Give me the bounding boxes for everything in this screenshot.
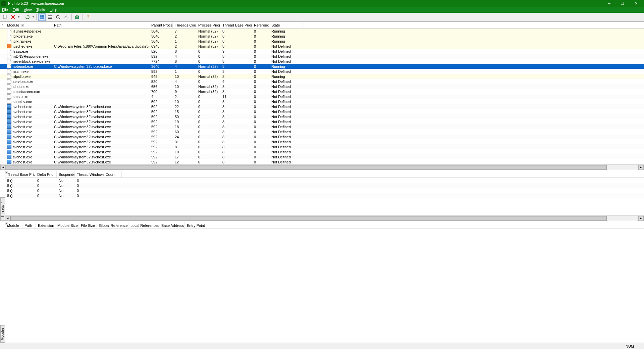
- close-button[interactable]: ✕: [629, 0, 643, 7]
- modules-close-icon[interactable]: ×: [5, 222, 8, 225]
- scroll-right-icon[interactable]: ►: [638, 165, 644, 170]
- process-row[interactable]: ⌄svchost.exeC:\Windows\system32\svchost.…: [0, 159, 644, 164]
- maximize-button[interactable]: ❐: [616, 0, 629, 7]
- process-row[interactable]: smss.exe420110Not Defined: [0, 94, 644, 99]
- toolbar-copy-button[interactable]: [1, 13, 9, 21]
- process-row[interactable]: svchost.exeC:\Windows\system32\svchost.e…: [0, 154, 644, 159]
- expand-icon[interactable]: [0, 134, 5, 139]
- process-row[interactable]: services.exe5204090Not Defined: [0, 79, 644, 84]
- expand-icon[interactable]: [0, 149, 5, 154]
- process-row[interactable]: sihost.exe65610Normal (32)80Not Defined: [0, 84, 644, 89]
- mcol-entry-point[interactable]: Entry Point: [185, 222, 207, 229]
- toolbar-list-button[interactable]: [46, 13, 54, 21]
- expand-icon[interactable]: [0, 94, 5, 99]
- modules-grid[interactable]: [5, 229, 644, 343]
- mcol-global-references[interactable]: Global References: [97, 222, 128, 229]
- expand-icon[interactable]: [0, 64, 5, 69]
- expand-icon[interactable]: [0, 59, 5, 64]
- process-row[interactable]: svchost.exeC:\Windows\system32\svchost.e…: [0, 109, 644, 114]
- expand-icon[interactable]: [0, 74, 5, 79]
- modules-tab[interactable]: Modules: [0, 325, 5, 343]
- mcol-base-address[interactable]: Base Address: [159, 222, 185, 229]
- scroll-left-icon[interactable]: ◄: [0, 165, 6, 170]
- processes-grid[interactable]: iTunesHelper.exe36407Normal (32)80Runnin…: [0, 29, 644, 164]
- process-row[interactable]: igfxpers.exe36402Normal (32)80Running: [0, 34, 644, 39]
- mcol-path[interactable]: Path: [22, 222, 36, 229]
- expand-icon[interactable]: [0, 89, 5, 94]
- expand-column-header[interactable]: ⌃: [0, 22, 5, 28]
- expand-icon[interactable]: [0, 104, 5, 109]
- process-row[interactable]: spoolsv.exe59210080Not Defined: [0, 99, 644, 104]
- process-row[interactable]: svchost.exeC:\Windows\system32\svchost.e…: [0, 144, 644, 149]
- process-row[interactable]: svchost.exeC:\Windows\system32\svchost.e…: [0, 114, 644, 119]
- col-process-priority[interactable]: Process Priority: [196, 22, 220, 28]
- process-row[interactable]: nssm.exe5921080Not Defined: [0, 69, 644, 74]
- process-row[interactable]: svchost.exeC:\Windows\system32\svchost.e…: [0, 104, 644, 109]
- menu-tools[interactable]: Tools: [36, 8, 45, 12]
- process-row[interactable]: igfxtray.exe36401Normal (32)80Running: [0, 39, 644, 44]
- toolbar-refresh-button[interactable]: [24, 13, 31, 21]
- threads-grid[interactable]: 8 ()0No38 ()0No08 ()0No08 ()0No0: [5, 178, 644, 215]
- expand-icon[interactable]: [0, 44, 5, 49]
- toolbar-export-button[interactable]: [73, 13, 81, 21]
- thread-row[interactable]: 8 ()0No3: [5, 178, 644, 183]
- process-row[interactable]: svchost.exeC:\Windows\system32\svchost.e…: [0, 149, 644, 154]
- toolbar-grid-button[interactable]: [38, 13, 46, 21]
- expand-icon[interactable]: [0, 54, 5, 59]
- col-thread-base-priority[interactable]: Thread Base Priority: [220, 22, 252, 28]
- toolbar-help-button[interactable]: ?: [85, 13, 92, 21]
- col-parent-process[interactable]: Parent Process: [149, 22, 173, 28]
- col-delta-priority[interactable]: Delta Priority: [35, 171, 57, 178]
- process-row[interactable]: svchost.exeC:\Windows\system32\svchost.e…: [0, 119, 644, 124]
- process-row[interactable]: mDNSResponder.exe5924080Not Defined: [0, 54, 644, 59]
- process-row[interactable]: smartscreen.exe7009Normal (32)80Not Defi…: [0, 89, 644, 94]
- process-row[interactable]: svchost.exeC:\Windows\system32\svchost.e…: [0, 129, 644, 134]
- process-row[interactable]: jusched.exeC:\Program Files (x86)\Common…: [0, 44, 644, 49]
- process-row[interactable]: neverblock-service.exe77248080Not Define…: [0, 59, 644, 64]
- expand-icon[interactable]: [0, 49, 5, 54]
- expand-icon[interactable]: [0, 79, 5, 84]
- scroll-right-icon[interactable]: ►: [638, 216, 644, 221]
- thread-row[interactable]: 8 ()0No0: [5, 193, 644, 198]
- process-row[interactable]: lsass.exe5208090Not Defined: [0, 49, 644, 54]
- expand-icon[interactable]: [0, 99, 5, 104]
- threads-tab[interactable]: Threads [4]: [0, 197, 5, 221]
- col-references[interactable]: References: [252, 22, 269, 28]
- process-row[interactable]: iTunesHelper.exe36407Normal (32)80Runnin…: [0, 29, 644, 34]
- col-path[interactable]: Path: [52, 22, 149, 28]
- process-row[interactable]: svchost.exeC:\Windows\system32\svchost.e…: [0, 139, 644, 144]
- process-row[interactable]: notepad.exeC:\Windows\system32\notepad.e…: [0, 64, 644, 69]
- menu-help[interactable]: Help: [50, 8, 57, 12]
- col-threads-count[interactable]: Threads Count: [173, 22, 196, 28]
- toolbar-delete-button[interactable]: [9, 13, 17, 21]
- process-row[interactable]: svchost.exeC:\Windows\system32\svchost.e…: [0, 134, 644, 139]
- col-state[interactable]: State: [269, 22, 303, 28]
- col-thread-base-priority-2[interactable]: Thread Base Priority: [5, 171, 35, 178]
- col-suspended[interactable]: Suspended: [57, 171, 75, 178]
- menu-edit[interactable]: Edit: [13, 8, 19, 12]
- minimize-button[interactable]: ─: [602, 0, 616, 7]
- thread-row[interactable]: 8 ()0No0: [5, 183, 644, 188]
- toolbar-find-button[interactable]: [54, 13, 62, 21]
- expand-icon[interactable]: [0, 139, 5, 144]
- col-thread-windows-count[interactable]: Thread Windows Count: [75, 171, 122, 178]
- mcol-file-size[interactable]: File Size: [79, 222, 97, 229]
- process-row[interactable]: svchost.exeC:\Windows\system32\svchost.e…: [0, 124, 644, 129]
- threads-hscroll[interactable]: ◄ ►: [5, 215, 644, 221]
- col-module[interactable]: Module ▣: [5, 22, 52, 28]
- threads-close-icon[interactable]: ×: [5, 171, 8, 174]
- processes-hscroll[interactable]: ◄ ►: [0, 164, 644, 170]
- expand-icon[interactable]: [0, 124, 5, 129]
- mcol-local-references[interactable]: Local References: [128, 222, 159, 229]
- thread-row[interactable]: 8 ()0No0: [5, 188, 644, 193]
- expand-icon[interactable]: [0, 29, 5, 34]
- expand-icon[interactable]: [0, 129, 5, 134]
- toolbar-settings-button[interactable]: [62, 13, 70, 21]
- expand-icon[interactable]: [0, 84, 5, 89]
- expand-icon[interactable]: [0, 114, 5, 119]
- expand-icon[interactable]: [0, 39, 5, 44]
- expand-icon[interactable]: [0, 34, 5, 39]
- expand-icon[interactable]: [0, 154, 5, 159]
- scroll-left-icon[interactable]: ◄: [5, 216, 10, 221]
- process-row[interactable]: rdpclip.exe94810Normal (32)80Running: [0, 74, 644, 79]
